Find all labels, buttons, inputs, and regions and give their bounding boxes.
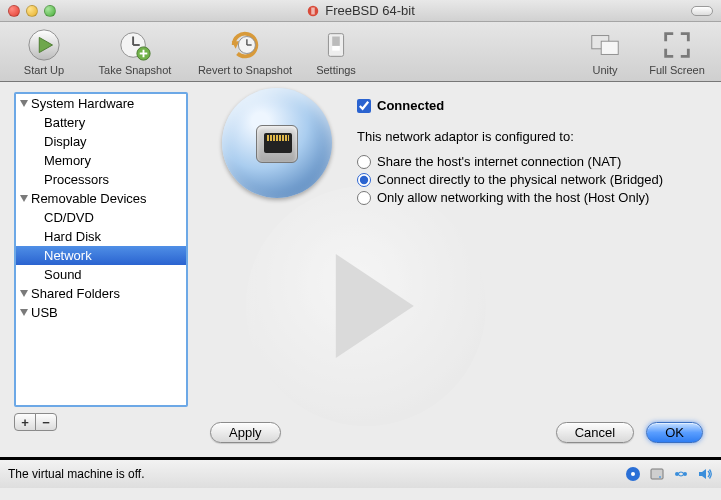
svg-rect-16 [332,45,340,50]
sidebar-group[interactable]: Removable Devices [16,189,186,208]
clock-revert-icon [228,28,262,62]
sidebar-item[interactable]: Network [16,246,186,265]
network-status-icon[interactable] [673,466,689,482]
fullscreen-label: Full Screen [649,64,705,76]
sidebar-item[interactable]: Display [16,132,186,151]
connected-label: Connected [377,98,444,113]
sidebar-group-label: Removable Devices [31,191,147,206]
network-mode-label: Share the host's internet connection (NA… [377,154,621,169]
sound-icon[interactable] [697,466,713,482]
svg-rect-15 [332,36,340,45]
network-mode-option[interactable]: Only allow networking with the host (Hos… [357,190,707,205]
sidebar-group-label: Shared Folders [31,286,120,301]
settings-label: Settings [316,64,356,76]
titlebar: FreeBSD 64-bit [0,0,721,22]
app-icon [306,4,320,18]
settings-panel: Connected This network adaptor is config… [202,92,707,445]
sidebar-item[interactable]: Hard Disk [16,227,186,246]
play-icon [27,28,61,62]
disclosure-triangle-icon [20,195,28,202]
fullscreen-icon [660,28,694,62]
network-mode-radio[interactable] [357,173,371,187]
settings-button[interactable]: Settings [300,28,372,76]
svg-point-22 [659,476,661,478]
network-mode-label: Only allow networking with the host (Hos… [377,190,649,205]
sidebar-group-label: USB [31,305,58,320]
remove-button[interactable]: − [35,413,57,431]
harddisk-icon[interactable] [649,466,665,482]
network-mode-label: Connect directly to the physical network… [377,172,663,187]
window-title: FreeBSD 64-bit [325,3,415,18]
sidebar-item[interactable]: Processors [16,170,186,189]
sidebar-item[interactable]: CD/DVD [16,208,186,227]
toolbar-toggle-icon[interactable] [691,6,713,16]
unity-button[interactable]: Unity [569,28,641,76]
svg-rect-1 [311,7,315,14]
startup-label: Start Up [24,64,64,76]
startup-button[interactable]: Start Up [8,28,80,76]
sidebar-group[interactable]: Shared Folders [16,284,186,303]
status-bar: The virtual machine is off. [0,460,721,488]
device-sidebar[interactable]: System HardwareBatteryDisplayMemoryProce… [14,92,188,407]
revert-label: Revert to Snapshot [198,64,292,76]
svg-rect-18 [601,41,618,54]
svg-marker-25 [699,469,706,479]
network-mode-group: Share the host's internet connection (NA… [357,154,707,205]
svg-point-20 [631,472,635,476]
disclosure-triangle-icon [20,100,28,107]
sidebar-group[interactable]: System Hardware [16,94,186,113]
add-remove-controls: + − [14,413,188,431]
revert-snapshot-button[interactable]: Revert to Snapshot [190,28,300,76]
network-mode-option[interactable]: Connect directly to the physical network… [357,172,707,187]
take-snapshot-button[interactable]: Take Snapshot [80,28,190,76]
disc-icon[interactable] [625,466,641,482]
connected-checkbox[interactable]: Connected [357,98,707,113]
unity-label: Unity [592,64,617,76]
network-mode-option[interactable]: Share the host's internet connection (NA… [357,154,707,169]
network-device-icon [222,88,332,198]
sidebar-item[interactable]: Battery [16,113,186,132]
connected-checkbox-input[interactable] [357,99,371,113]
network-mode-radio[interactable] [357,155,371,169]
disclosure-triangle-icon [20,309,28,316]
sidebar-item[interactable]: Sound [16,265,186,284]
unity-icon [588,28,622,62]
add-button[interactable]: + [14,413,36,431]
toolbar: Start Up Take Snapshot Revert to Snapsho… [0,22,721,82]
config-description: This network adaptor is configured to: [357,129,707,144]
disclosure-triangle-icon [20,290,28,297]
sidebar-group-label: System Hardware [31,96,134,111]
network-mode-radio[interactable] [357,191,371,205]
main-area: System HardwareBatteryDisplayMemoryProce… [0,82,721,457]
snapshot-label: Take Snapshot [99,64,172,76]
status-text: The virtual machine is off. [8,467,145,481]
switch-icon [319,28,353,62]
svg-rect-21 [651,469,663,479]
fullscreen-button[interactable]: Full Screen [641,28,713,76]
clock-plus-icon [118,28,152,62]
sidebar-item[interactable]: Memory [16,151,186,170]
sidebar-group[interactable]: USB [16,303,186,322]
